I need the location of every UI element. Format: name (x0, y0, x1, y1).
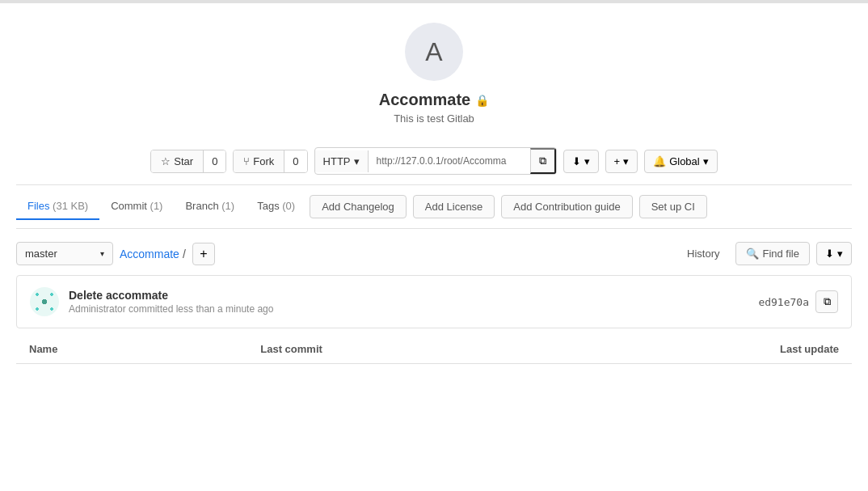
avatar-letter: A (425, 37, 442, 67)
add-license-button[interactable]: Add License (413, 195, 495, 218)
col-update-header: Last update (608, 343, 839, 355)
star-label: Star (174, 155, 193, 167)
download-icon: ⬇ (825, 248, 834, 260)
commit-message[interactable]: Delete accommate (69, 289, 273, 302)
nav-branch-badge: (1) (221, 200, 234, 212)
star-button[interactable]: ☆ Star (151, 150, 203, 172)
commit-right: ed91e70a ⧉ (758, 290, 838, 313)
commit-avatar (30, 287, 59, 316)
nav-commit-label: Commit (111, 200, 147, 212)
protocol-selector[interactable]: HTTP ▾ (315, 150, 369, 172)
nav-branch-label: Branch (185, 200, 218, 212)
repo-download-button[interactable]: ⬇ ▾ (816, 242, 852, 265)
add-contribution-guide-button[interactable]: Add Contribution guide (501, 195, 632, 218)
add-license-label: Add License (425, 201, 483, 213)
copy-icon: ⧉ (824, 295, 831, 308)
repo-title-row: Accommate 🔒 (379, 91, 489, 109)
protocol-label: HTTP (323, 155, 351, 167)
nav-item-files[interactable]: Files (31 KB) (16, 193, 99, 220)
commit-info: Delete accommate Administrator committed… (69, 289, 273, 315)
add-button[interactable]: + ▾ (605, 150, 638, 173)
chevron-down-icon: ▾ (354, 155, 360, 167)
download-icon: ⬇ (572, 155, 581, 167)
global-label: Global (669, 155, 700, 167)
setup-ci-label: Set up CI (651, 201, 695, 213)
nav-tags-badge: (0) (282, 200, 295, 212)
fork-label: Fork (253, 155, 274, 167)
nav-item-tags[interactable]: Tags (0) (246, 193, 306, 220)
plus-icon: + (200, 247, 207, 261)
download-button[interactable]: ⬇ ▾ (563, 150, 599, 173)
commit-hash[interactable]: ed91e70a (758, 296, 809, 308)
nav-files-badge: (31 KB) (53, 200, 88, 212)
bell-icon: 🔔 (653, 155, 666, 167)
notifications-button[interactable]: 🔔 Global ▾ (644, 150, 718, 173)
left-controls: master ▾ Accommate / + (16, 242, 215, 265)
commit-meta: Administrator committed less than a minu… (69, 303, 273, 315)
action-bar: ☆ Star 0 ⑂ Fork 0 HTTP ▾ http://127.0.0.… (16, 138, 852, 185)
repo-nav: Files (31 KB) Commit (1) Branch (1) Tags… (16, 185, 852, 229)
star-group: ☆ Star 0 (150, 150, 226, 173)
repo-browser: master ▾ Accommate / + History 🔍 Find fi… (16, 242, 852, 364)
fork-icon: ⑂ (243, 155, 250, 167)
star-icon: ☆ (161, 155, 171, 167)
lock-icon: 🔒 (475, 94, 489, 107)
chevron-down-icon: ▾ (584, 155, 590, 167)
plus-icon: + (614, 155, 621, 167)
nav-item-commit[interactable]: Commit (1) (99, 193, 174, 220)
avatar-section: A Accommate 🔒 This is test Gitlab (16, 3, 852, 138)
clone-url-group: HTTP ▾ http://127.0.0.1/root/Accomma ⧉ (314, 147, 557, 175)
copy-url-button[interactable]: ⧉ (530, 148, 556, 174)
star-count: 0 (203, 150, 225, 172)
commit-avatar-graphic (30, 287, 59, 316)
find-file-label: Find file (762, 248, 799, 260)
add-contribution-label: Add Contribution guide (513, 201, 620, 213)
history-button[interactable]: History (677, 243, 729, 265)
chevron-down-icon: ▾ (703, 155, 709, 167)
chevron-down-icon: ▾ (623, 155, 629, 167)
repo-description: This is test Gitlab (394, 112, 474, 125)
file-table-header: Name Last commit Last update (16, 335, 852, 364)
col-commit-header: Last commit (260, 343, 607, 355)
nav-item-branch[interactable]: Branch (1) (174, 193, 246, 220)
setup-ci-button[interactable]: Set up CI (639, 195, 707, 218)
fork-button[interactable]: ⑂ Fork (234, 150, 284, 172)
nav-tags-label: Tags (257, 200, 279, 212)
nav-files-label: Files (27, 200, 49, 212)
clone-url-text[interactable]: http://127.0.0.1/root/Accomma (369, 150, 530, 171)
chevron-down-icon: ▾ (100, 249, 104, 258)
add-changelog-button[interactable]: Add Changelog (310, 195, 407, 218)
add-changelog-label: Add Changelog (322, 201, 394, 213)
add-file-button[interactable]: + (192, 243, 215, 265)
nav-commit-badge: (1) (150, 200, 163, 212)
find-file-button[interactable]: 🔍 Find file (735, 242, 810, 265)
copy-hash-button[interactable]: ⧉ (815, 290, 838, 313)
repo-name: Accommate (379, 91, 470, 109)
commit-left: Delete accommate Administrator committed… (30, 287, 273, 316)
branch-name: master (25, 248, 57, 260)
breadcrumb: Accommate / (120, 248, 186, 260)
repo-controls: master ▾ Accommate / + History 🔍 Find fi… (16, 242, 852, 265)
avatar: A (405, 23, 463, 81)
fork-group: ⑂ Fork 0 (233, 150, 307, 173)
breadcrumb-repo[interactable]: Accommate (120, 248, 179, 260)
search-icon: 🔍 (746, 248, 759, 260)
breadcrumb-sep: / (183, 248, 186, 260)
copy-icon: ⧉ (539, 154, 546, 167)
branch-selector[interactable]: master ▾ (16, 242, 113, 265)
commit-row: Delete accommate Administrator committed… (16, 275, 852, 328)
chevron-down-icon: ▾ (837, 248, 843, 260)
col-name-header: Name (29, 343, 260, 355)
right-controls: History 🔍 Find file ⬇ ▾ (677, 242, 852, 265)
history-label: History (687, 248, 719, 260)
fork-count: 0 (284, 150, 306, 172)
